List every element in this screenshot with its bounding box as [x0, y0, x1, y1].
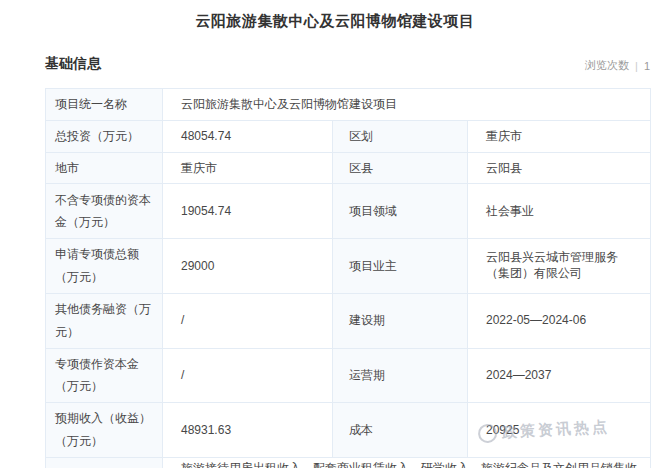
- field-label: 总投资（万元）: [46, 120, 163, 152]
- field-value: 2022-05—2024-06: [468, 293, 651, 348]
- field-value: 重庆市: [163, 152, 333, 184]
- view-count: 浏览次数 | 1: [585, 58, 650, 73]
- table-row: 预期收入（收益）（万元） 48931.63 成本 20925: [46, 403, 651, 458]
- field-label: 预期收入（收益）（万元）: [46, 403, 163, 458]
- field-label: 项目统一名称: [46, 89, 163, 121]
- view-count-label: 浏览次数: [585, 58, 629, 73]
- field-label: 成本: [333, 403, 468, 458]
- field-label: 专项债作资本金（万元）: [46, 348, 163, 403]
- field-value: 云阳旅游集散中心及云阳博物馆建设项目: [163, 89, 651, 121]
- field-value: 20925: [468, 403, 651, 458]
- view-count-value: 1: [644, 60, 650, 72]
- field-value: 云阳县兴云城市管理服务（集团）有限公司: [468, 239, 651, 294]
- page-title: 云阳旅游集散中心及云阳博物馆建设项目: [0, 0, 670, 31]
- view-count-separator: |: [635, 60, 638, 72]
- field-value: 云阳县: [468, 152, 651, 184]
- section-bar: 基础信息 浏览次数 | 1: [45, 55, 650, 73]
- field-value: 社会事业: [468, 184, 651, 239]
- table-row: 专项债作资本金（万元） / 运营期 2024—2037: [46, 348, 651, 403]
- table-row: 项目统一名称 云阳旅游集散中心及云阳博物馆建设项目: [46, 89, 651, 121]
- field-value: /: [163, 348, 333, 403]
- field-label: 申请专项债总额（万元）: [46, 239, 163, 294]
- field-label: 项目领域: [333, 184, 468, 239]
- field-label: 区划: [333, 120, 468, 152]
- table-row: 总投资（万元） 48054.74 区划 重庆市: [46, 120, 651, 152]
- table-row: 不含专项债的资本金（万元） 19054.74 项目领域 社会事业: [46, 184, 651, 239]
- section-title: 基础信息: [45, 55, 101, 73]
- table-row: 申请专项债总额（万元） 29000 项目业主 云阳县兴云城市管理服务（集团）有限…: [46, 239, 651, 294]
- field-value: 19054.74: [163, 184, 333, 239]
- field-label: 运营期: [333, 348, 468, 403]
- field-value: 48931.63: [163, 403, 333, 458]
- field-value: 旅游接待用房出租收入、配套商业租赁收入、研学收入、旅游纪念品及文创用品销售收入、…: [163, 457, 651, 468]
- field-label: 项目业主: [333, 239, 468, 294]
- field-label: 不含专项债的资本金（万元）: [46, 184, 163, 239]
- table-row: 收入来源 旅游接待用房出租收入、配套商业租赁收入、研学收入、旅游纪念品及文创用品…: [46, 457, 651, 468]
- field-label: 地市: [46, 152, 163, 184]
- field-value: 29000: [163, 239, 333, 294]
- field-label: 区县: [333, 152, 468, 184]
- field-value: 48054.74: [163, 120, 333, 152]
- table-row: 地市 重庆市 区县 云阳县: [46, 152, 651, 184]
- field-value: 重庆市: [468, 120, 651, 152]
- field-label: 其他债务融资（万元）: [46, 293, 163, 348]
- table-row: 其他债务融资（万元） / 建设期 2022-05—2024-06: [46, 293, 651, 348]
- field-label: 收入来源: [46, 457, 163, 468]
- field-value: /: [163, 293, 333, 348]
- basic-info-table: 项目统一名称 云阳旅游集散中心及云阳博物馆建设项目 总投资（万元） 48054.…: [45, 88, 651, 468]
- field-value: 2024—2037: [468, 348, 651, 403]
- field-label: 建设期: [333, 293, 468, 348]
